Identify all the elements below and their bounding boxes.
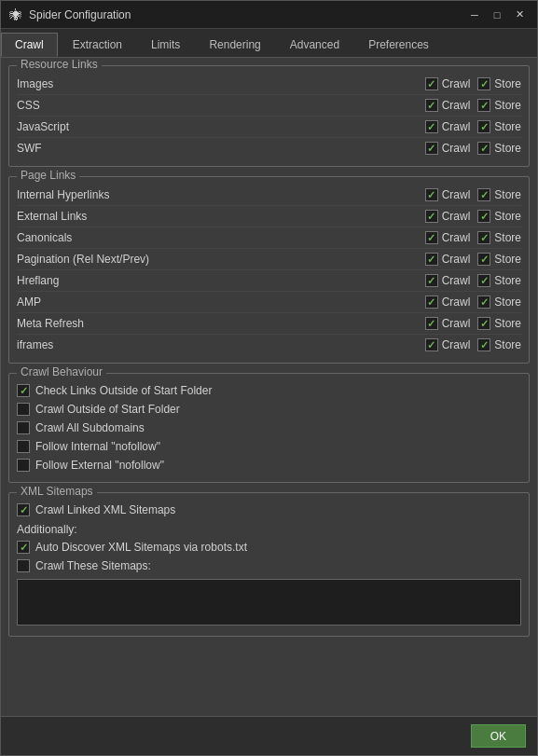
crawl-behaviour-group: Crawl Behaviour Check Links Outside of S… xyxy=(8,373,530,483)
swf-store-checkbox[interactable] xyxy=(477,142,490,155)
table-row: Images Crawl Store xyxy=(17,74,521,95)
canonicals-store-group: Store xyxy=(477,231,521,244)
table-row: CSS Crawl Store xyxy=(17,95,521,117)
follow-internal-nofollow-checkbox[interactable] xyxy=(17,440,30,453)
amp-crawl-label: Crawl xyxy=(442,296,471,309)
auto-discover-checkbox[interactable] xyxy=(17,541,30,554)
crawl-these-checkbox[interactable] xyxy=(17,559,30,572)
pagination-store-checkbox[interactable] xyxy=(477,253,490,266)
external-crawl-checkbox[interactable] xyxy=(425,210,438,223)
iframes-crawl-checkbox[interactable] xyxy=(425,338,438,351)
internal-store-checkbox[interactable] xyxy=(477,188,490,201)
js-crawl-checkbox[interactable] xyxy=(425,120,438,133)
meta-store-checkbox[interactable] xyxy=(477,317,490,330)
list-item: Crawl All Subdomains xyxy=(17,419,521,437)
table-row: Hreflang Crawl Store xyxy=(17,270,521,292)
swf-label: SWF xyxy=(17,142,418,155)
tab-extraction[interactable]: Extraction xyxy=(59,33,136,57)
xml-sitemaps-label: XML Sitemaps xyxy=(17,485,97,498)
table-row: Internal Hyperlinks Crawl Store xyxy=(17,185,521,206)
crawl-linked-sitemaps-checkbox[interactable] xyxy=(17,503,30,516)
amp-store-checkbox[interactable] xyxy=(477,296,490,309)
external-store-checkbox[interactable] xyxy=(477,210,490,223)
images-store-checkbox[interactable] xyxy=(477,77,490,90)
canonicals-store-label: Store xyxy=(494,231,521,244)
external-crawl-group: Crawl xyxy=(425,210,471,223)
hreflang-store-label: Store xyxy=(494,274,521,287)
pagination-crawl-group: Crawl xyxy=(425,253,471,266)
tab-rendering[interactable]: Rendering xyxy=(195,33,274,57)
js-store-checkbox[interactable] xyxy=(477,120,490,133)
hreflang-crawl-checkbox[interactable] xyxy=(425,274,438,287)
amp-crawl-checkbox[interactable] xyxy=(425,296,438,309)
swf-crawl-group: Crawl xyxy=(425,142,471,155)
follow-internal-nofollow-label: Follow Internal "nofollow" xyxy=(35,440,521,453)
tab-preferences[interactable]: Preferences xyxy=(354,33,443,57)
canonicals-store-checkbox[interactable] xyxy=(477,231,490,244)
iframes-store-group: Store xyxy=(477,338,521,351)
iframes-store-checkbox[interactable] xyxy=(477,338,490,351)
images-crawl-label: Crawl xyxy=(442,77,471,90)
meta-crawl-checkbox[interactable] xyxy=(425,317,438,330)
tab-crawl[interactable]: Crawl xyxy=(1,33,58,57)
follow-external-nofollow-checkbox[interactable] xyxy=(17,459,30,472)
internal-crawl-checkbox[interactable] xyxy=(425,188,438,201)
js-crawl-group: Crawl xyxy=(425,120,471,133)
meta-store-label: Store xyxy=(494,317,521,330)
crawl-outside-checkbox[interactable] xyxy=(17,403,30,416)
canonicals-crawl-checkbox[interactable] xyxy=(425,231,438,244)
table-row: Pagination (Rel Next/Prev) Crawl Store xyxy=(17,249,521,270)
window-controls: ─ □ ✕ xyxy=(464,7,530,23)
images-label: Images xyxy=(17,77,418,90)
table-row: SWF Crawl Store xyxy=(17,138,521,158)
external-store-label: Store xyxy=(494,210,521,223)
minimize-button[interactable]: ─ xyxy=(464,7,485,23)
js-crawl-label: Crawl xyxy=(442,120,471,133)
css-crawl-group: Crawl xyxy=(425,99,471,112)
tab-advanced[interactable]: Advanced xyxy=(276,33,353,57)
amp-store-group: Store xyxy=(477,296,521,309)
css-store-label: Store xyxy=(494,99,521,112)
css-crawl-checkbox[interactable] xyxy=(425,99,438,112)
table-row: External Links Crawl Store xyxy=(17,206,521,227)
close-button[interactable]: ✕ xyxy=(509,7,530,23)
pagination-store-label: Store xyxy=(494,253,521,266)
amp-crawl-group: Crawl xyxy=(425,296,471,309)
xml-sitemaps-group: XML Sitemaps Crawl Linked XML Sitemaps A… xyxy=(8,492,530,637)
auto-discover-label: Auto Discover XML Sitemaps via robots.tx… xyxy=(35,541,521,554)
iframes-crawl-group: Crawl xyxy=(425,338,471,351)
internal-hyperlinks-label: Internal Hyperlinks xyxy=(17,188,418,201)
pagination-crawl-checkbox[interactable] xyxy=(425,253,438,266)
hreflang-label: Hreflang xyxy=(17,274,418,287)
check-links-outside-checkbox[interactable] xyxy=(17,384,30,397)
css-label: CSS xyxy=(17,99,418,112)
table-row: JavaScript Crawl Store xyxy=(17,117,521,138)
tab-limits[interactable]: Limits xyxy=(137,33,194,57)
main-window: 🕷 Spider Configuration ─ □ ✕ Crawl Extra… xyxy=(0,0,538,756)
ok-button[interactable]: OK xyxy=(471,724,526,748)
images-store-group: Store xyxy=(477,77,521,90)
maximize-button[interactable]: □ xyxy=(487,7,507,23)
canonicals-label: Canonicals xyxy=(17,231,418,244)
css-store-group: Store xyxy=(477,99,521,112)
crawl-these-textarea[interactable] xyxy=(17,579,521,625)
hreflang-store-group: Store xyxy=(477,274,521,287)
hreflang-store-checkbox[interactable] xyxy=(477,274,490,287)
resource-links-group: Resource Links Images Crawl Store CSS xyxy=(8,65,530,167)
js-label: JavaScript xyxy=(17,120,418,133)
crawl-linked-sitemaps-label: Crawl Linked XML Sitemaps xyxy=(35,503,521,516)
table-row: Meta Refresh Crawl Store xyxy=(17,313,521,335)
iframes-label: iframes xyxy=(17,338,418,351)
swf-crawl-checkbox[interactable] xyxy=(425,142,438,155)
external-crawl-label: Crawl xyxy=(442,210,471,223)
auto-discover-row: Auto Discover XML Sitemaps via robots.tx… xyxy=(17,538,521,557)
additionally-label: Additionally: xyxy=(17,519,521,538)
content-area: Resource Links Images Crawl Store CSS xyxy=(1,58,537,716)
crawl-all-subdomains-checkbox[interactable] xyxy=(17,421,30,434)
list-item: Follow External "nofollow" xyxy=(17,456,521,474)
resource-links-label: Resource Links xyxy=(17,58,102,71)
images-crawl-checkbox[interactable] xyxy=(425,77,438,90)
css-store-checkbox[interactable] xyxy=(477,99,490,112)
table-row: AMP Crawl Store xyxy=(17,292,521,313)
js-store-group: Store xyxy=(477,120,521,133)
